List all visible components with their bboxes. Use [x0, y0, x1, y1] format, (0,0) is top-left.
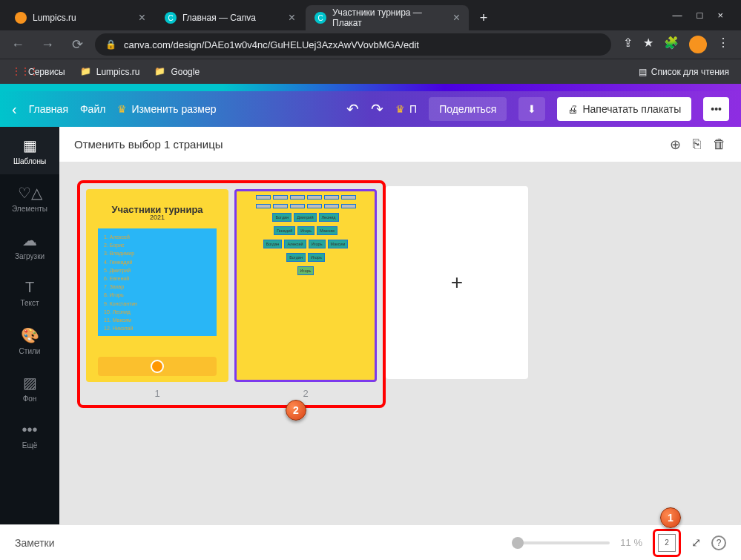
close-window-icon[interactable]: × — [717, 10, 723, 21]
sidebar-more[interactable]: ••• Ещё — [0, 412, 59, 459]
participants-list: 1. Алексей2. Борис 3. Владимир4. Геннади… — [98, 228, 217, 336]
page-count: 2 — [658, 534, 676, 552]
minimize-icon[interactable]: — — [673, 10, 682, 21]
more-icon: ••• — [22, 421, 37, 438]
add-page-card[interactable]: + — [386, 186, 528, 379]
extension-icon[interactable]: 🧩 — [664, 36, 679, 53]
home-link[interactable]: Главная — [29, 103, 68, 115]
url-input[interactable]: 🔒 canva.com/design/DAEo1w0v4nc/GuHELUej3… — [95, 33, 611, 56]
templates-icon: ▦ — [23, 136, 37, 154]
sidebar-templates[interactable]: ▦ Шаблоны — [0, 127, 59, 174]
background-icon: ▨ — [23, 374, 37, 392]
poster-year: 2021 — [86, 214, 228, 221]
tab-title: Участники турнира — Плакат — [332, 7, 453, 28]
maximize-icon[interactable]: □ — [697, 10, 703, 21]
download-button[interactable]: ⬇ — [518, 97, 545, 121]
selection-status: Отменить выбор 1 страницы — [74, 138, 223, 151]
apps-icon: ⋮⋮⋮ — [12, 66, 24, 78]
fullscreen-button[interactable]: ⤢ — [691, 536, 701, 550]
tab-title: Lumpics.ru — [33, 13, 76, 23]
zoom-percent[interactable]: 11 % — [620, 537, 642, 548]
back-home[interactable]: ‹ — [12, 101, 17, 118]
browser-tab[interactable]: C Главная — Canva × — [156, 5, 304, 30]
tab-title: Главная — Canva — [182, 13, 256, 23]
folder-icon: 📁 — [154, 66, 166, 78]
lumpics-icon — [15, 12, 27, 24]
crown-icon: ♛ — [117, 103, 127, 115]
plus-icon: + — [451, 271, 463, 294]
browser-tab[interactable]: Lumpics.ru × — [6, 5, 154, 30]
uploads-icon: ☁ — [22, 231, 37, 249]
canva-icon: C — [314, 12, 326, 24]
delete-button[interactable]: 🗑 — [713, 136, 726, 153]
sidebar-elements[interactable]: ♡△ Элементы — [0, 174, 59, 222]
avatar[interactable] — [689, 36, 707, 53]
page-thumbnail-1[interactable]: Участники турнира 2021 1. Алексей2. Бори… — [86, 189, 228, 382]
redo-button[interactable]: ↷ — [371, 100, 383, 118]
back-button[interactable]: ← — [6, 33, 30, 56]
close-icon[interactable]: × — [139, 11, 145, 24]
pages-selection: Участники турнира 2021 1. Алексей2. Бори… — [77, 180, 386, 408]
grid-view-button[interactable]: 2 1 — [653, 529, 681, 557]
annotation-badge-2: 2 — [286, 400, 306, 421]
url-text: canva.com/design/DAEo1w0v4nc/GuHELUej3Az… — [124, 39, 419, 50]
close-icon[interactable]: × — [289, 11, 295, 24]
new-tab-button[interactable]: + — [473, 7, 494, 28]
reading-list[interactable]: ▤ Список для чтения — [639, 67, 729, 77]
close-icon[interactable]: × — [453, 11, 460, 24]
folder-icon: 📁 — [80, 66, 92, 78]
gradient-bar — [0, 84, 741, 91]
bookmark-google[interactable]: 📁 Google — [154, 66, 200, 78]
duplicate-button[interactable]: ⎘ — [693, 136, 701, 153]
sidebar-text[interactable]: T Текст — [0, 269, 59, 317]
more-button[interactable]: ••• — [703, 97, 729, 121]
lock-icon: 🔒 — [105, 39, 116, 50]
share-icon[interactable]: ⇪ — [623, 36, 633, 53]
bookmark-lumpics[interactable]: 📁 Lumpics.ru — [80, 66, 140, 78]
list-icon: ▤ — [639, 67, 647, 77]
menu-icon[interactable]: ⋮ — [717, 36, 729, 53]
help-button[interactable]: ? — [711, 536, 726, 550]
add-page-button[interactable]: ⊕ — [670, 136, 681, 153]
print-icon: 🖨 — [567, 103, 578, 115]
text-icon: T — [25, 279, 34, 296]
zoom-thumb[interactable] — [512, 537, 524, 549]
forward-button[interactable]: → — [36, 33, 59, 56]
sidebar-styles[interactable]: 🎨 Стили — [0, 317, 59, 364]
tournament-bracket: БогданДмитрийЛеонид ГенадийИгорьМаксим Б… — [234, 189, 377, 286]
poster-title: Участники турнира — [86, 189, 228, 215]
reload-button[interactable]: ⟳ — [65, 33, 89, 56]
page-thumbnail-2[interactable]: БогданДмитрийЛеонид ГенадийИгорьМаксим Б… — [234, 189, 377, 382]
bookmark-services[interactable]: ⋮⋮⋮ Сервисы — [12, 66, 65, 78]
resize-button[interactable]: ♛ Изменить размер — [117, 103, 216, 115]
poster-footer — [98, 357, 217, 376]
browser-tab-active[interactable]: C Участники турнира — Плакат × — [306, 5, 469, 30]
print-button[interactable]: 🖨 Напечатать плакаты — [557, 97, 691, 121]
sidebar-background[interactable]: ▨ Фон — [0, 364, 59, 412]
orange-icon — [151, 360, 164, 373]
page-number: 2 — [303, 388, 308, 399]
premium-button[interactable]: ♛ П — [395, 103, 417, 115]
notes-label[interactable]: Заметки — [15, 537, 55, 549]
canva-icon: C — [165, 12, 177, 24]
star-icon[interactable]: ★ — [643, 36, 653, 53]
crown-icon: ♛ — [395, 103, 405, 115]
file-menu[interactable]: Файл — [80, 103, 105, 115]
undo-button[interactable]: ↶ — [346, 100, 359, 118]
elements-icon: ♡△ — [18, 184, 42, 202]
page-number: 1 — [154, 388, 159, 399]
styles-icon: 🎨 — [21, 326, 39, 344]
zoom-slider[interactable] — [513, 541, 610, 544]
share-button[interactable]: Поделиться — [429, 97, 507, 121]
sidebar-uploads[interactable]: ☁ Загрузки — [0, 222, 59, 269]
annotation-badge-1: 1 — [660, 507, 681, 528]
